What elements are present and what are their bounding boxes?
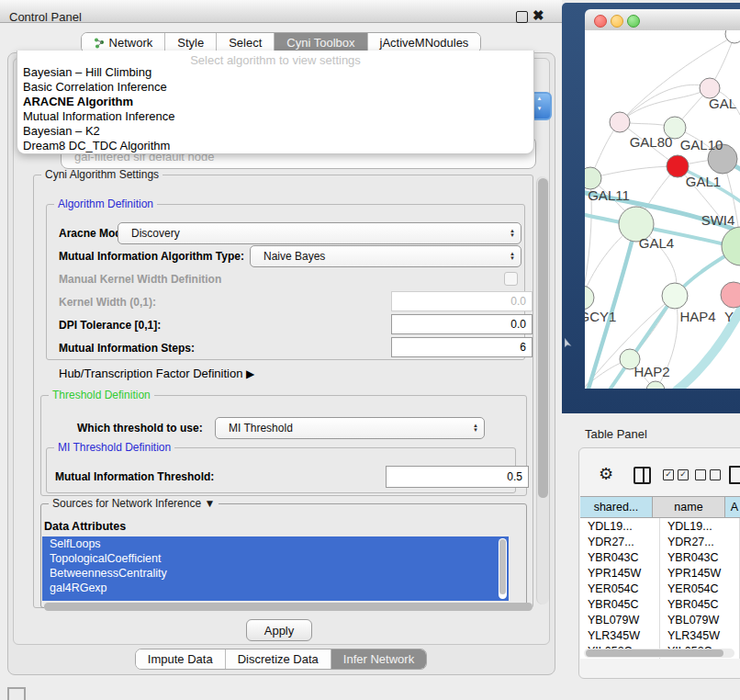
- table-row[interactable]: YER054CYER054C8.: [580, 581, 740, 596]
- data-attribute-item[interactable]: BetweennessCentrality: [42, 566, 509, 581]
- attributes-scrollbar[interactable]: [499, 538, 507, 599]
- close-traffic-icon[interactable]: [594, 15, 607, 28]
- expand-right-icon[interactable]: ▶: [246, 367, 254, 380]
- node-label: GAL1: [686, 174, 721, 189]
- settings-scrollbar-thumb[interactable]: [538, 178, 548, 498]
- collapsed-panel-icon[interactable]: [7, 687, 26, 700]
- zoom-traffic-icon[interactable]: [627, 15, 640, 28]
- minimize-traffic-icon[interactable]: [611, 15, 623, 28]
- which-threshold-value: MI Threshold: [216, 422, 467, 435]
- collapse-down-icon[interactable]: ▼: [204, 497, 215, 510]
- tab-label: Cyni Toolbox: [286, 36, 354, 50]
- hub-definition-expander[interactable]: Hub/Transcription Factor Definition ▶: [59, 367, 254, 380]
- table-row[interactable]: YBR043CYBR043C: [580, 549, 740, 565]
- tab-infer-network[interactable]: Infer Network: [331, 649, 426, 669]
- cyni-algorithm-settings-title: Cyni Algorithm Settings: [41, 168, 163, 181]
- close-icon[interactable]: ✖: [533, 7, 544, 24]
- tab-network[interactable]: Network: [82, 33, 166, 52]
- columns-icon[interactable]: [633, 467, 651, 484]
- dpi-tolerance-field[interactable]: 0.0: [391, 314, 533, 334]
- table-cell: YDR27...: [580, 534, 660, 549]
- tab-label: Discretize Data: [238, 652, 319, 666]
- control-panel-title: Control Panel: [9, 10, 82, 24]
- network-window-titlebar[interactable]: [585, 9, 740, 31]
- table-cell: YDR27...: [660, 534, 740, 549]
- table-cell: YDL19...: [580, 518, 660, 534]
- table-hscrollbar-thumb[interactable]: [586, 649, 723, 657]
- network-node-y[interactable]: [721, 282, 740, 308]
- tab-jactivemnodules[interactable]: jActiveMNodules: [368, 33, 481, 52]
- network-graph[interactable]: GALGAL80GAL10GAL1GAL11GAL4SWI4GCY1HAP4YH…: [585, 30, 740, 389]
- settings-hscrollbar[interactable]: [44, 603, 533, 611]
- mi-algorithm-type-combo[interactable]: Naive Bayes ▲▼: [250, 245, 521, 267]
- network-node-hap4[interactable]: [662, 283, 688, 309]
- table-row[interactable]: YBL079WYBL079W: [580, 612, 740, 627]
- algorithm-definition-title: Algorithm Definition: [54, 198, 157, 210]
- mi-steps-field[interactable]: 6: [391, 337, 533, 357]
- node-label: HAP4: [679, 309, 715, 324]
- algorithm-dropdown-placeholder: Select algorithm to view settings: [17, 51, 533, 65]
- algorithm-option[interactable]: Mutual Information Inference: [17, 109, 533, 124]
- network-edge[interactable]: [590, 166, 678, 178]
- table-row[interactable]: YDL19...YDL19...13: [580, 518, 740, 534]
- network-node-gcy1[interactable]: [585, 286, 594, 310]
- float-window-icon[interactable]: [516, 11, 528, 23]
- network-node-swi4[interactable]: [722, 227, 740, 265]
- network-node-gal80[interactable]: [610, 112, 630, 132]
- tab-discretize-data[interactable]: Discretize Data: [226, 649, 331, 669]
- table-row[interactable]: YPR145WYPR145W9.: [580, 565, 740, 581]
- mi-algorithm-type-value: Naive Bayes: [251, 250, 504, 263]
- sources-title-text: Sources for Network Inference: [52, 497, 201, 510]
- node-label: SWI4: [701, 212, 735, 228]
- table-row[interactable]: YDR27...YDR27...12: [580, 534, 740, 549]
- data-attributes-list[interactable]: SelfLoopsTopologicalCoefficientBetweenne…: [42, 536, 509, 601]
- algorithm-option[interactable]: Basic Correlation Inference: [17, 80, 533, 95]
- table-hscrollbar[interactable]: [584, 649, 734, 658]
- network-node[interactable]: [725, 30, 740, 43]
- sources-group-title: Sources for Network Inference ▼: [49, 497, 219, 510]
- threshold-definition-title: Threshold Definition: [49, 389, 154, 401]
- tab-cyni-toolbox[interactable]: Cyni Toolbox: [275, 33, 367, 52]
- column-header[interactable]: name: [653, 497, 725, 517]
- mi-threshold-field[interactable]: 0.5: [386, 466, 529, 488]
- table-row[interactable]: YLR345WYLR345W9.: [580, 627, 740, 643]
- column-header[interactable]: shared...: [580, 497, 653, 517]
- settings-scrollbar[interactable]: [536, 176, 549, 604]
- tab-select[interactable]: Select: [217, 33, 275, 52]
- table-cell: YDL19...: [660, 518, 740, 534]
- table-row[interactable]: YBR045CYBR045C9.: [580, 596, 740, 612]
- apply-button[interactable]: Apply: [246, 619, 312, 641]
- attributes-scrollbar-thumb[interactable]: [499, 539, 506, 594]
- manual-kernel-width-checkbox[interactable]: [504, 272, 518, 286]
- gear-icon[interactable]: ⚙: [599, 464, 613, 484]
- data-attribute-item[interactable]: SelfLoops: [42, 536, 509, 551]
- data-attribute-item[interactable]: gal4RGexp: [42, 581, 509, 595]
- node-label: GAL10: [680, 137, 723, 152]
- screen: Control Panel ✖ NetworkStyleSelectCyni T…: [0, 0, 740, 700]
- algorithm-option[interactable]: Bayesian – Hill Climbing: [17, 65, 533, 80]
- table-cell: YER054C: [660, 581, 740, 596]
- network-edge[interactable]: [620, 88, 710, 122]
- kernel-width-field: 0.0: [391, 291, 533, 311]
- tab-impute-data[interactable]: Impute Data: [136, 649, 226, 669]
- document-icon[interactable]: [729, 466, 740, 484]
- checked-pair-icon[interactable]: ✓✓: [663, 469, 689, 480]
- network-view[interactable]: GALGAL80GAL10GAL1GAL11GAL4SWI4GCY1HAP4YH…: [585, 30, 740, 389]
- which-threshold-combo[interactable]: MI Threshold ▲▼: [215, 417, 485, 439]
- aracne-mode-combo[interactable]: Discovery ▲▼: [118, 222, 521, 244]
- control-panel-titlebar: [0, 0, 562, 23]
- algorithm-option[interactable]: ARACNE Algorithm: [17, 95, 533, 109]
- settings-hscrollbar-thumb[interactable]: [44, 603, 533, 611]
- node-label: GAL4: [639, 235, 674, 251]
- column-header[interactable]: A: [725, 497, 740, 517]
- node-label: GAL: [709, 96, 736, 111]
- aracne-mode-value: Discovery: [118, 227, 504, 240]
- unchecked-pair-icon[interactable]: [695, 469, 721, 480]
- algorithm-option[interactable]: Dream8 DC_TDC Algorithm: [17, 139, 533, 153]
- algorithm-option[interactable]: Bayesian – K2: [17, 124, 533, 139]
- tab-style[interactable]: Style: [165, 33, 217, 52]
- mi-threshold-label: Mutual Information Threshold:: [55, 470, 214, 483]
- mi-steps-label: Mutual Information Steps:: [59, 342, 195, 355]
- mi-algorithm-type-label: Mutual Information Algorithm Type:: [59, 250, 244, 263]
- data-attribute-item[interactable]: TopologicalCoefficient: [42, 551, 509, 566]
